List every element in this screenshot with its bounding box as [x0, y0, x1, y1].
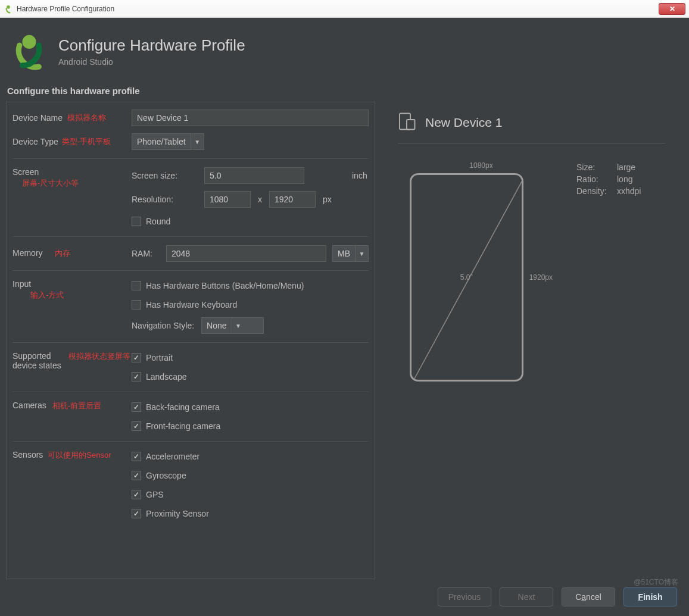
- states-label: Supported device states: [13, 351, 66, 370]
- memory-annotation: 内存: [55, 248, 70, 259]
- landscape-checkbox[interactable]: Landscape: [132, 370, 187, 383]
- proximity-checkbox[interactable]: Proximity Sensor: [132, 507, 209, 520]
- screen-annotation: 屏幕-尺寸大小等: [13, 178, 79, 189]
- ram-label: RAM:: [132, 249, 160, 258]
- gyroscope-checkbox[interactable]: Gyroscope: [132, 469, 186, 482]
- checkbox-icon: [132, 509, 141, 518]
- ram-input[interactable]: [166, 245, 326, 262]
- device-name-input[interactable]: [132, 110, 369, 126]
- preview-width-label: 1080px: [410, 161, 553, 170]
- chevron-down-icon: ▼: [232, 318, 245, 333]
- checkbox-icon: [132, 402, 141, 412]
- chevron-down-icon: ▼: [355, 246, 368, 261]
- round-checkbox[interactable]: Round: [132, 215, 170, 228]
- nav-style-label: Navigation Style:: [132, 321, 194, 330]
- resolution-width-input[interactable]: [204, 191, 251, 208]
- ram-unit-select[interactable]: MB ▼: [332, 245, 369, 262]
- window-titlebar: Hardware Profile Configuration ✕: [0, 0, 689, 18]
- device-type-label: Device Type: [13, 137, 58, 146]
- cancel-button[interactable]: Cancel: [562, 587, 615, 606]
- preview-device-name: New Device 1: [425, 115, 503, 130]
- device-type-annotation: 类型-手机平板: [62, 136, 111, 147]
- checkbox-icon: [132, 353, 141, 362]
- android-studio-logo-icon: [12, 32, 46, 70]
- dialog-header: Configure Hardware Profile Android Studi…: [6, 23, 683, 82]
- device-icon: [398, 112, 416, 132]
- hw-keyboard-checkbox[interactable]: Has Hardware Keyboard: [132, 298, 237, 311]
- portrait-checkbox[interactable]: Portrait: [132, 351, 173, 364]
- checkbox-icon: [132, 281, 141, 290]
- preview-panel: New Device 1 1080px 5.0" 1920px: [380, 102, 683, 579]
- screen-size-input[interactable]: [204, 167, 304, 184]
- resolution-unit: px: [323, 195, 332, 204]
- states-annotation: 模拟器状态竖屏等: [68, 351, 130, 362]
- checkbox-icon: [132, 471, 141, 480]
- checkbox-icon: [132, 452, 141, 461]
- screen-size-label: Screen size:: [132, 171, 197, 180]
- checkbox-icon: [132, 372, 141, 382]
- preview-diagonal-label: 5.0": [460, 273, 473, 282]
- checkbox-icon: [132, 217, 141, 226]
- sensors-annotation: 可以使用的Sensor: [48, 450, 111, 461]
- dialog-title: Configure Hardware Profile: [58, 36, 245, 55]
- dialog-subtitle: Android Studio: [58, 57, 245, 67]
- device-outline: 5.0": [410, 173, 523, 382]
- accelerometer-checkbox[interactable]: Accelerometer: [132, 450, 199, 463]
- device-name-annotation: 模拟器名称: [67, 112, 106, 123]
- checkbox-icon: [132, 421, 141, 431]
- device-figure: 1080px 5.0" 1920px: [410, 161, 553, 382]
- preview-properties: Size:large Ratio:long Density:xxhdpi: [576, 161, 641, 197]
- screen-label: Screen: [13, 167, 39, 177]
- chevron-down-icon: ▼: [191, 134, 204, 149]
- nav-style-select[interactable]: None ▼: [201, 317, 264, 334]
- hw-buttons-checkbox[interactable]: Has Hardware Buttons (Back/Home/Menu): [132, 279, 304, 292]
- window-title: Hardware Profile Configuration: [17, 5, 114, 13]
- svg-point-1: [22, 35, 36, 49]
- next-button[interactable]: Next: [500, 587, 553, 606]
- resolution-x: x: [258, 195, 262, 204]
- checkbox-icon: [132, 300, 141, 309]
- svg-point-0: [7, 5, 10, 8]
- close-icon: ✕: [669, 5, 675, 13]
- finish-button[interactable]: Finish: [623, 587, 677, 606]
- svg-rect-3: [407, 120, 415, 130]
- sensors-label: Sensors: [13, 450, 43, 459]
- input-label: Input: [13, 279, 31, 289]
- cameras-annotation: 相机-前置后置: [52, 401, 101, 411]
- dialog-footer: Previous Next Cancel Finish: [6, 579, 683, 610]
- form-panel: Device Name 模拟器名称 Device Type 类型-手机平板: [6, 102, 375, 579]
- screen-size-unit: inch: [352, 171, 367, 180]
- app-icon: [4, 4, 13, 14]
- close-button[interactable]: ✕: [659, 3, 685, 15]
- checkbox-icon: [132, 490, 141, 499]
- memory-label: Memory: [13, 248, 43, 258]
- resolution-label: Resolution:: [132, 195, 197, 204]
- resolution-height-input[interactable]: [269, 191, 316, 208]
- section-title: Configure this hardware profile: [6, 82, 683, 102]
- device-name-label: Device Name: [13, 113, 63, 123]
- preview-height-label: 1920px: [529, 273, 553, 282]
- gps-checkbox[interactable]: GPS: [132, 488, 164, 501]
- back-camera-checkbox[interactable]: Back-facing camera: [132, 401, 220, 414]
- cameras-label: Cameras: [13, 401, 46, 410]
- front-camera-checkbox[interactable]: Front-facing camera: [132, 420, 220, 433]
- device-type-select[interactable]: Phone/Tablet ▼: [132, 133, 204, 150]
- input-annotation: 输入-方式: [13, 290, 64, 301]
- previous-button[interactable]: Previous: [438, 587, 491, 606]
